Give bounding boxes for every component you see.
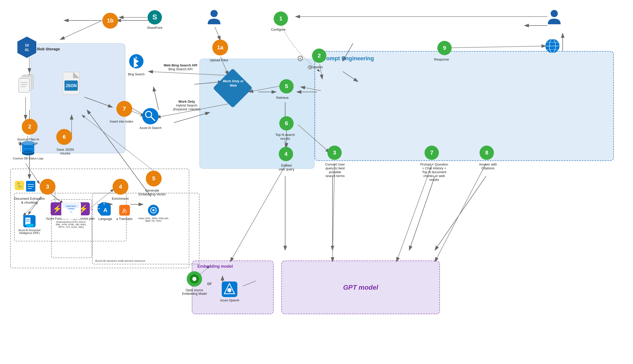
svg-line-122 [60, 20, 102, 40]
vision-label: Vision (JPG, JPEG, PNG,GIF, BMP, TIF, TI… [138, 217, 169, 222]
translator-label: a Translator [116, 217, 132, 221]
prompt-engineering-region: Prompt Engineering [315, 51, 614, 161]
open-source-embedding-icon-box: Open source Embedding Model [179, 271, 210, 296]
azure-ai-search-icon-box: Azure AI Search [139, 107, 162, 130]
retrieve-label: Retrieve [276, 96, 288, 100]
circle-g7: 7 [425, 146, 439, 160]
gpt-model-region: GPT model [281, 261, 440, 314]
embedding-model-label: Embedding model [197, 264, 233, 269]
svg-marker-33 [17, 36, 37, 58]
azure-openai-icon-box: Azure OpenAI [220, 281, 239, 302]
unstructured-io-label: Unstructured.io (CSV, DOCX, EML, HTM, HT… [56, 221, 86, 228]
svg-line-108 [451, 46, 546, 48]
azure-doc-intel-icon-box: Azure AI Document Intelligence (PDF) [14, 215, 45, 234]
svg-text:IO: IO [70, 211, 72, 213]
circle-6-json: 6 [56, 129, 72, 145]
svg-point-39 [551, 10, 558, 17]
svg-text:B: B [135, 56, 137, 59]
svg-point-97 [192, 277, 196, 281]
circle-5-embedding: 5 [146, 171, 162, 186]
gear-icon-2: ⚙ [307, 64, 313, 71]
svg-line-22 [409, 176, 435, 250]
sharepoint-label: SharePoint [147, 26, 162, 30]
circle-1a: 1a [212, 40, 228, 55]
insert-index-label: Insert into index [107, 120, 136, 123]
top-n-label: Top N searchresults [270, 133, 301, 140]
circle-2-source: 2 [22, 119, 38, 135]
work-only-web-region [199, 59, 315, 169]
svg-line-109 [215, 27, 220, 40]
web-bing-label: Web Bing Search API Bing Search API [164, 63, 197, 71]
azure-doc-intel-label: Azure AI Document Intelligence (PDF) [14, 229, 45, 234]
circle-g5: 5 [279, 79, 294, 93]
circle-4-enrichment: 4 [113, 179, 128, 195]
svg-text:🐍: 🐍 [16, 182, 23, 188]
language-icon-box: A Language [98, 204, 112, 221]
blob-storage-label: Blob Storage [36, 47, 60, 51]
language-label: Language [98, 217, 112, 221]
vision-icon-box: Vision (JPG, JPEG, PNG,GIF, BMP, TIF, TI… [138, 204, 169, 222]
cosmos-db-label: Cosmos DB Status Logs [13, 157, 43, 160]
svg-point-69 [22, 141, 34, 145]
user-icon-upload [207, 9, 221, 26]
work-only-hybrid-label: Work Only Hybrid Search(Keyword +Vector) [164, 100, 210, 111]
upload-files-label: Upload Files [210, 58, 228, 62]
files-icon-box [17, 73, 34, 93]
translator-icon-box: あ a Translator [116, 204, 132, 221]
doc-icon-extraction [26, 180, 36, 192]
svg-text:TURED: TURED [68, 208, 75, 210]
circle-3-extraction: 3 [40, 179, 55, 195]
circle-g8: 8 [480, 146, 494, 160]
unstructured-io-icon-box: UNSTRUC TURED IO Unstructured.io (CSV, D… [56, 202, 86, 228]
save-json-label: Save JSONchunks [51, 148, 79, 155]
svg-line-118 [332, 163, 335, 262]
circle-g3: 3 [327, 146, 342, 160]
svg-text:あ: あ [122, 208, 127, 213]
work-only-label: Work Only or Web [219, 79, 247, 88]
diagram: Blob Storage Prompt Engineering Embeddin… [0, 0, 633, 364]
svg-text:JSON: JSON [65, 84, 77, 88]
enrichment-label: Enrichment [107, 197, 133, 201]
doc-extraction-label: Document Extraction& chunking [13, 197, 46, 204]
configure-label: Configure [271, 28, 285, 31]
convert-query-label: Convert Userquery to bestpossiblesearch … [315, 162, 356, 178]
response-label: Response [434, 57, 449, 61]
embed-query-label: Embeduser query [272, 163, 301, 171]
circle-g1: 1 [274, 11, 288, 26]
azure-openai-label: Azure OpenAI [220, 299, 239, 302]
svg-point-42 [142, 108, 159, 124]
cosmos-db-icon-box: Cosmos DB Status Logs [13, 140, 43, 160]
bing-search-label: Bing Search [128, 73, 145, 76]
gen-embedding-label: GenerateEmbedding Vector [137, 189, 168, 196]
arrow-to-circle5: → [89, 206, 94, 212]
web-browser-icon-box [545, 38, 560, 54]
svg-text:10: 10 [25, 43, 29, 47]
binary-hexagon: 10 01 [17, 36, 37, 60]
svg-text:01: 01 [25, 48, 29, 52]
svg-rect-51 [19, 78, 29, 92]
azure-ai-services-label: Azure AI services multi-service resource [95, 259, 145, 262]
circle-1b: 1b [102, 13, 118, 29]
prompt-engineering-label: Prompt Engineering [320, 55, 374, 62]
circle-g2: 2 [312, 49, 326, 63]
or-text: or [207, 281, 212, 286]
svg-text:S: S [152, 13, 157, 21]
svg-text:A: A [103, 207, 107, 213]
json-icon-box: JSON [61, 72, 81, 96]
sharepoint-icon-box: S SharePoint [147, 10, 162, 30]
bing-search-icon-box: B Bing Search [128, 54, 145, 76]
svg-point-88 [152, 209, 154, 211]
circle-g4: 4 [279, 147, 293, 161]
user-icon-configure [547, 9, 561, 26]
svg-point-100 [227, 288, 231, 292]
prompt-question-label: Prompt + Question+ Chat History +Top N d… [412, 162, 457, 182]
gpt-model-label: GPT model [343, 284, 378, 291]
svg-line-23 [435, 176, 486, 250]
answer-citations-label: Answer withCitations [471, 162, 505, 170]
azure-ai-search-label: Azure AI Search [139, 126, 162, 130]
svg-point-68 [22, 151, 34, 155]
svg-line-117 [230, 163, 286, 262]
svg-line-14 [153, 87, 159, 110]
circle-7-insert: 7 [116, 101, 132, 117]
svg-rect-74 [26, 224, 34, 227]
